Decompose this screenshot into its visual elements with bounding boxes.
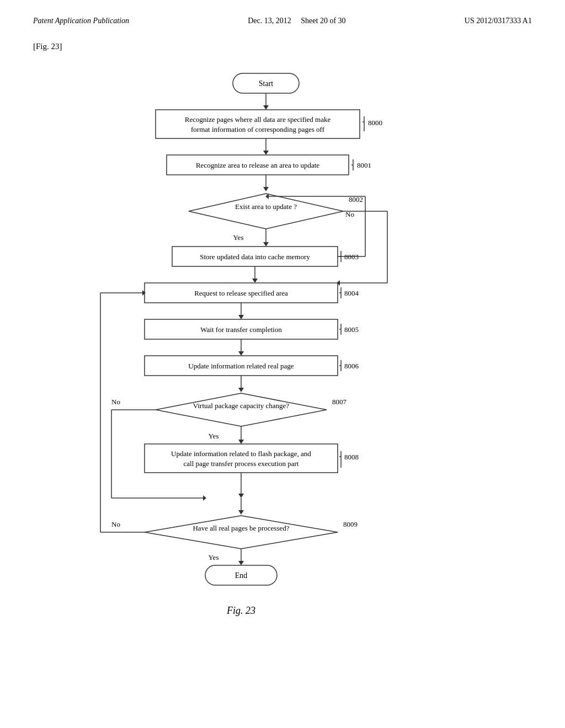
page-header: Patent Application Publication Dec. 13, … (33, 17, 532, 25)
step8000-label: 8000 (368, 119, 382, 127)
step8007-label: 8007 (332, 398, 347, 406)
flowchart-diagram: Start Recognize pages where all data are… (56, 62, 509, 669)
step8003-text: Store updated data into cache memory (200, 253, 310, 261)
patent-label: Patent Application Publication (33, 17, 129, 25)
fig-caption: Fig. 23 (226, 605, 255, 616)
header-right: US 2012/0317333 A1 (465, 17, 532, 25)
step8001-text: Recognize area to release an area to upd… (196, 161, 319, 169)
header-center: Dec. 13, 2012 Sheet 20 of 30 (248, 17, 345, 25)
no-label-8009: No (111, 520, 120, 528)
svg-marker-43 (238, 388, 244, 392)
svg-marker-7 (263, 151, 269, 155)
step8001-label: 8001 (357, 161, 371, 169)
no-label-8007: No (111, 398, 120, 406)
step8008-text2: call page transfer process execution par… (184, 459, 299, 468)
svg-marker-38 (238, 351, 244, 356)
svg-marker-13 (189, 194, 343, 229)
svg-marker-58 (145, 516, 338, 549)
end-label: End (235, 571, 248, 580)
yes-label-8007: Yes (209, 432, 219, 440)
svg-marker-28 (252, 279, 258, 283)
svg-marker-57 (238, 510, 244, 515)
header-left: Patent Application Publication (33, 17, 129, 25)
step8008-label: 8008 (344, 453, 359, 461)
step8006-label: 8006 (344, 362, 359, 370)
step8002-text1: Exist area to update ? (235, 202, 297, 211)
patent-number: US 2012/0317333 A1 (465, 17, 532, 25)
svg-marker-55 (238, 494, 244, 498)
step8006-text: Update information related real page (188, 362, 294, 370)
step8007-text1: Virtual package capacity change? (193, 402, 289, 410)
start-label: Start (259, 79, 274, 88)
step8004-label: 8004 (344, 289, 359, 297)
svg-marker-46 (238, 440, 244, 444)
svg-marker-12 (263, 187, 269, 191)
svg-rect-47 (145, 444, 338, 473)
svg-marker-44 (156, 393, 327, 426)
svg-marker-64 (238, 561, 244, 565)
step8000-text1: Recognize pages where all data are speci… (185, 115, 331, 124)
step8005-text: Wait for transfer completion (200, 325, 282, 334)
yes-label-8002: Yes (233, 233, 244, 242)
yes-label-8009: Yes (209, 553, 219, 561)
page: Patent Application Publication Dec. 13, … (0, 0, 565, 728)
svg-marker-2 (263, 105, 269, 110)
step8004-text: Request to release specified area (194, 289, 288, 297)
svg-rect-3 (156, 110, 360, 138)
svg-marker-15 (263, 242, 269, 247)
figure-label: [Fig. 23] (33, 42, 532, 51)
step8005-label: 8005 (344, 325, 359, 334)
step8008-text1: Update information related to flash pack… (171, 449, 311, 458)
pub-date: Dec. 13, 2012 (248, 17, 291, 25)
step8009-text: Have all real pages be processed? (193, 524, 289, 532)
step8009-label: 8009 (343, 520, 358, 528)
svg-marker-53 (203, 495, 206, 501)
sheet-info: Sheet 20 of 30 (301, 17, 345, 25)
svg-marker-33 (238, 315, 244, 319)
step8000-text2: format information of corresponding page… (191, 125, 325, 133)
